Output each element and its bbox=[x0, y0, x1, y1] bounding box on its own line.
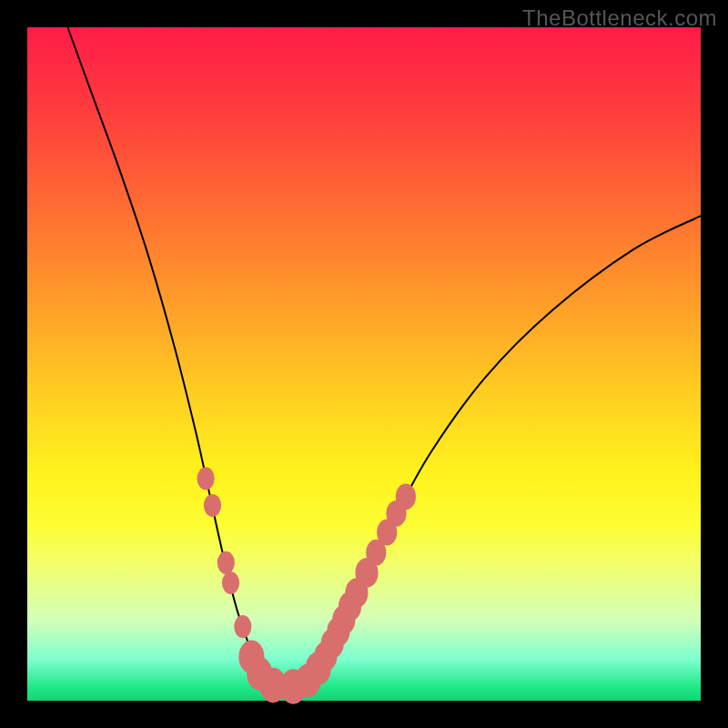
chart-svg bbox=[27, 27, 701, 701]
background-frame: TheBottleneck.com bbox=[0, 0, 728, 728]
data-marker bbox=[217, 551, 235, 574]
bottleneck-curve bbox=[67, 27, 701, 687]
data-marker bbox=[222, 571, 239, 594]
data-markers bbox=[197, 467, 417, 703]
watermark-text: TheBottleneck.com bbox=[522, 5, 717, 31]
data-marker bbox=[197, 467, 215, 490]
data-marker bbox=[234, 615, 251, 638]
plot-area bbox=[27, 27, 701, 701]
data-marker bbox=[204, 494, 221, 517]
data-marker bbox=[396, 483, 416, 510]
